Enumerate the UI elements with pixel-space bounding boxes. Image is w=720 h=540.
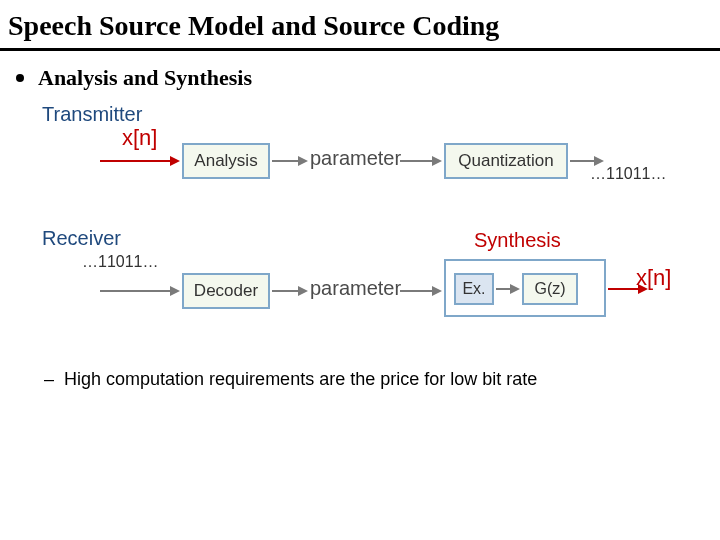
bullet-icon (16, 74, 24, 82)
sub-bullet: – High computation requirements are the … (0, 361, 720, 390)
receiver-label: Receiver (42, 227, 121, 250)
diagram-area: Transmitter x[n] Analysis parameter Quan… (0, 101, 720, 361)
synthesis-label: Synthesis (474, 229, 561, 252)
rx-input-bits: …11011… (82, 253, 159, 271)
tx-parameter-label: parameter (310, 147, 401, 170)
sub-bullet-text: High computation requirements are the pr… (64, 369, 537, 390)
main-bullet-text: Analysis and Synthesis (38, 65, 252, 91)
quantization-box: Quantization (444, 143, 568, 179)
decoder-box: Decoder (182, 273, 270, 309)
analysis-box: Analysis (182, 143, 270, 179)
rx-output-signal: x[n] (636, 265, 671, 291)
rx-parameter-label: parameter (310, 277, 401, 300)
tx-input-signal: x[n] (122, 125, 157, 151)
tx-output-bits: …11011… (590, 165, 667, 183)
excitation-box: Ex. (454, 273, 494, 305)
filter-box: G(z) (522, 273, 578, 305)
transmitter-label: Transmitter (42, 103, 142, 126)
slide-title: Speech Source Model and Source Coding (0, 0, 720, 51)
dash-icon: – (44, 369, 54, 390)
main-bullet: Analysis and Synthesis (0, 51, 720, 101)
